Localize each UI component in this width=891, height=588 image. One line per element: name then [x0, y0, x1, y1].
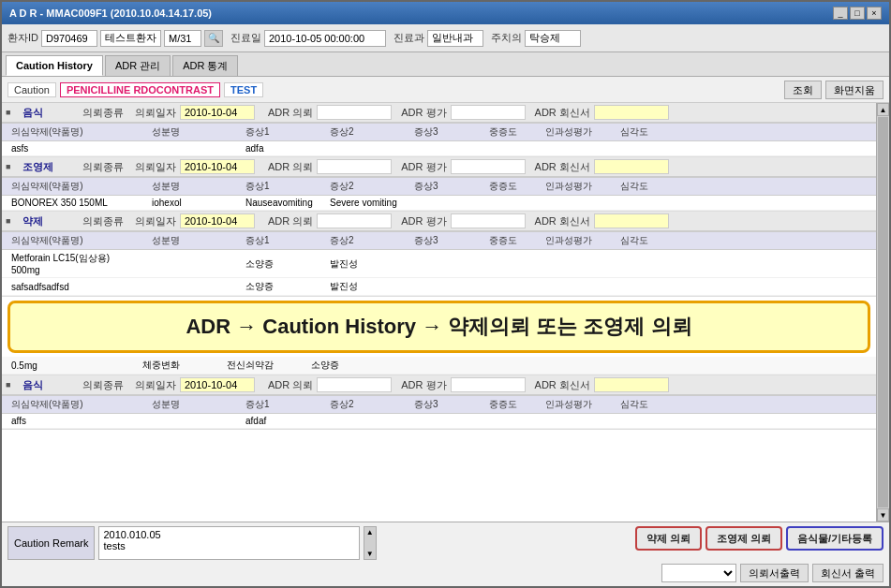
- drug-1-drug: Metforain LC15(임상용) 500mg: [6, 251, 146, 276]
- type-label-3: 의뢰종류: [82, 214, 124, 228]
- section-food-1-header: ■ 음식 의뢰종류 의뢰일자 2010-10-04 ADR 의뢰 ADR 평가 …: [2, 103, 876, 123]
- contrast-sym3: [408, 202, 483, 204]
- drug-2-sym2: 발진성: [324, 279, 408, 294]
- adr-req-field-2[interactable]: [317, 159, 392, 174]
- main-scrollbar[interactable]: ▲ ▼: [876, 103, 889, 522]
- section-date-food-1: 2010-10-04: [180, 105, 255, 120]
- food-1-sym3: [408, 148, 483, 150]
- col-serious-4: 심각도: [615, 397, 671, 412]
- print-callback-button[interactable]: 회신서 출력: [812, 564, 884, 582]
- col-drug-name: 의심약제(약품명): [6, 125, 146, 140]
- col-ingredient-3: 성분명: [146, 233, 240, 248]
- adr-cb-field-1[interactable]: [594, 105, 669, 120]
- col-causal-3: 인과성평가: [540, 233, 615, 248]
- tab-adr-stats[interactable]: ADR 통계: [172, 55, 238, 76]
- expand-icon-2[interactable]: ■: [6, 162, 19, 171]
- minimize-button[interactable]: _: [833, 7, 848, 20]
- col-causal-2: 인과성평가: [540, 179, 615, 194]
- expand-icon-4[interactable]: ■: [6, 380, 19, 390]
- col-sym3-3: 증상3: [408, 233, 483, 248]
- type-label-4: 의뢰종류: [82, 378, 124, 392]
- adr-eval-label-3: ADR 평가: [401, 214, 446, 228]
- col-severity: 중증도: [483, 125, 540, 140]
- col-sym3: 증상3: [408, 125, 483, 140]
- scroll-up-button[interactable]: ▲: [877, 103, 889, 116]
- tab-caution-history[interactable]: Caution History: [6, 55, 103, 76]
- food-1-ingredient: [146, 148, 240, 150]
- drug-1-ingredient: [146, 263, 240, 265]
- food-1-causal: [540, 148, 615, 150]
- food-register-button[interactable]: 음식물/기타등록: [786, 526, 884, 551]
- scroll-thumb[interactable]: [878, 117, 888, 507]
- print-referral-button[interactable]: 의뢰서출력: [740, 564, 809, 582]
- maximize-button[interactable]: □: [850, 7, 865, 20]
- doctor-field: 주치의 탁승제: [491, 30, 581, 47]
- adr-eval-label-2: ADR 평가: [401, 160, 446, 174]
- extra-field-5: 소양증: [305, 358, 362, 373]
- col-sym3-2: 증상3: [408, 179, 483, 194]
- date-label-3: 의뢰일자: [135, 214, 176, 228]
- col-ingredient-4: 성분명: [146, 397, 240, 412]
- contrast-severity: [483, 202, 540, 204]
- adr-req-field-1[interactable]: [317, 105, 392, 120]
- extra-field-1: 0.5mg: [6, 360, 62, 372]
- drug-2-causal: [540, 286, 615, 287]
- patient-name-value: 테스트환자: [100, 30, 161, 47]
- dept-value: 일반내과: [427, 30, 483, 47]
- date-label: 의뢰일자: [135, 106, 176, 120]
- sub-header-drug: 의심약제(약품명) 성분명 증상1 증상2 증상3 중증도 인과성평가 심각도: [2, 231, 876, 250]
- remark-row: Caution Remark 2010.010.05 tests ▲ ▼ 약제 …: [7, 526, 884, 560]
- adr-cb-label-4: ADR 회신서: [535, 378, 590, 392]
- main-window: A D R - MMAC009F1 (2010.10.04.14.17.05) …: [0, 0, 891, 588]
- date-label-2: 의뢰일자: [135, 160, 176, 174]
- expand-icon-1[interactable]: ■: [6, 108, 19, 117]
- col-ingredient: 성분명: [146, 125, 240, 140]
- adr-cb-field-4[interactable]: [594, 377, 669, 392]
- adr-eval-field-3[interactable]: [451, 213, 526, 228]
- contrast-sym2: Severe vomiting: [324, 197, 408, 209]
- patient-search-button[interactable]: 🔍: [204, 30, 223, 47]
- visit-value: 2010-10-05 00:00:00: [264, 30, 386, 47]
- expand-icon-3[interactable]: ■: [6, 216, 19, 226]
- food-1-drug: asfs: [6, 142, 146, 154]
- drug-referral-button[interactable]: 약제 의뢰: [635, 526, 702, 551]
- highlight-text: ADR → Caution History → 약제의뢰 또는 조영제 의뢰: [186, 315, 691, 338]
- adr-cb-field-3[interactable]: [594, 213, 669, 228]
- adr-eval-field-2[interactable]: [451, 159, 526, 174]
- search-button[interactable]: 조회: [784, 81, 822, 99]
- tab-bar: Caution History ADR 관리 ADR 통계: [2, 52, 889, 77]
- col-ingredient-2: 성분명: [146, 179, 240, 194]
- remark-textarea[interactable]: 2010.010.05 tests: [98, 526, 359, 560]
- adr-req-field-4[interactable]: [317, 377, 392, 392]
- drug-1-sym2: 발진성: [324, 257, 408, 272]
- caution-pill-normal: Caution: [7, 82, 56, 97]
- toolbar: Caution PENICILLINE RDOCONTRAST TEST 조회 …: [2, 77, 889, 103]
- contrast-drug: BONOREX 350 150ML: [6, 197, 146, 209]
- adr-cb-field-2[interactable]: [594, 159, 669, 174]
- contrast-referral-button[interactable]: 조영제 의뢰: [705, 526, 782, 551]
- adr-eval-field-1[interactable]: [451, 105, 526, 120]
- adr-req-label-3: ADR 의뢰: [268, 214, 313, 228]
- bottom-bar: Caution Remark 2010.010.05 tests ▲ ▼ 약제 …: [2, 522, 889, 586]
- close-button[interactable]: ×: [867, 7, 882, 20]
- remark-scroll-down[interactable]: ▼: [366, 550, 374, 558]
- scroll-down-button[interactable]: ▼: [877, 508, 889, 522]
- col-serious-3: 심각도: [615, 233, 671, 248]
- tab-adr-management[interactable]: ADR 관리: [105, 55, 171, 76]
- remark-scroll[interactable]: ▲ ▼: [364, 526, 377, 560]
- food-2-row-1: affs afdaf: [2, 414, 876, 429]
- col-sym2-4: 증상2: [324, 397, 408, 412]
- contrast-serious: [615, 202, 671, 204]
- section-contrast: ■ 조영제 의뢰종류 의뢰일자 2010-10-04 ADR 의뢰 ADR 평가…: [2, 157, 876, 212]
- adr-eval-field-4[interactable]: [451, 377, 526, 392]
- adr-req-field-3[interactable]: [317, 213, 392, 228]
- adr-req-label-2: ADR 의뢰: [268, 160, 313, 174]
- sub-header-food-1: 의심약제(약품명) 성분명 증상1 증상2 증상3 중증도 인과성평가 심각도: [2, 123, 876, 141]
- output-dropdown[interactable]: [661, 564, 736, 582]
- content-wrapper: ■ 음식 의뢰종류 의뢰일자 2010-10-04 ADR 의뢰 ADR 평가 …: [2, 103, 889, 522]
- clear-screen-button[interactable]: 화면지움: [825, 81, 884, 99]
- remark-scroll-up[interactable]: ▲: [366, 528, 374, 537]
- food-2-sym3: [408, 420, 483, 422]
- contrast-row-1: BONOREX 350 150ML iohexol Nauseavomiting…: [2, 196, 876, 211]
- col-severity-2: 중증도: [483, 179, 540, 194]
